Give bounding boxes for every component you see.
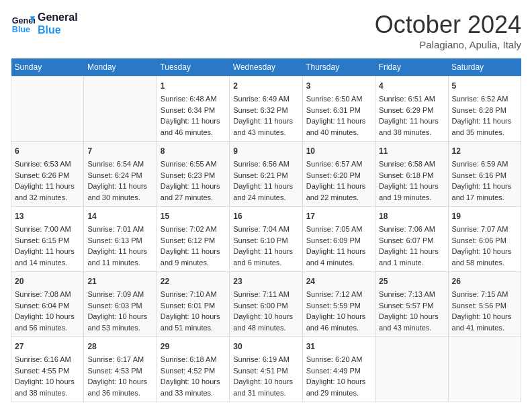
sunrise-text: Sunrise: 7:00 AM bbox=[15, 224, 80, 235]
day-number: 8 bbox=[161, 145, 226, 157]
calendar-cell: 10Sunrise: 6:57 AMSunset: 6:20 PMDayligh… bbox=[302, 142, 375, 207]
sunrise-text: Sunrise: 7:11 AM bbox=[233, 289, 298, 300]
day-number: 26 bbox=[452, 275, 517, 287]
calendar-cell: 7Sunrise: 6:54 AMSunset: 6:24 PMDaylight… bbox=[84, 142, 157, 207]
calendar-header-cell: Saturday bbox=[448, 58, 521, 77]
sunrise-text: Sunrise: 6:16 AM bbox=[15, 354, 80, 365]
daylight-text: Daylight: 10 hours and 58 minutes. bbox=[452, 246, 517, 268]
daylight-text: Daylight: 10 hours and 38 minutes. bbox=[15, 376, 80, 398]
calendar-cell: 19Sunrise: 7:07 AMSunset: 6:06 PMDayligh… bbox=[448, 207, 521, 272]
calendar-header-cell: Sunday bbox=[11, 58, 84, 77]
sunrise-text: Sunrise: 6:48 AM bbox=[161, 93, 226, 105]
sunrise-text: Sunrise: 7:06 AM bbox=[379, 224, 444, 235]
calendar-cell: 8Sunrise: 6:55 AMSunset: 6:23 PMDaylight… bbox=[157, 142, 229, 207]
sunrise-text: Sunrise: 6:59 AM bbox=[452, 158, 517, 170]
sunrise-text: Sunrise: 6:54 AM bbox=[87, 158, 152, 170]
day-number: 31 bbox=[306, 340, 371, 353]
calendar-cell: 15Sunrise: 7:02 AMSunset: 6:12 PMDayligh… bbox=[157, 207, 229, 272]
daylight-text: Daylight: 11 hours and 11 minutes. bbox=[87, 246, 152, 268]
sunrise-text: Sunrise: 7:08 AM bbox=[15, 289, 80, 300]
calendar-cell bbox=[448, 337, 521, 402]
day-number: 10 bbox=[306, 145, 371, 157]
sunset-text: Sunset: 4:53 PM bbox=[87, 365, 152, 377]
sunset-text: Sunset: 6:01 PM bbox=[161, 300, 226, 312]
daylight-text: Daylight: 11 hours and 4 minutes. bbox=[306, 246, 371, 268]
location: Palagiano, Apulia, Italy bbox=[375, 39, 521, 50]
daylight-text: Daylight: 10 hours and 43 minutes. bbox=[379, 311, 444, 333]
calendar-cell bbox=[84, 77, 157, 142]
calendar-cell: 13Sunrise: 7:00 AMSunset: 6:15 PMDayligh… bbox=[11, 207, 84, 272]
calendar-header-row: SundayMondayTuesdayWednesdayThursdayFrid… bbox=[11, 58, 521, 77]
month-title: October 2024 bbox=[375, 11, 521, 39]
sunset-text: Sunset: 4:55 PM bbox=[15, 365, 80, 377]
sunset-text: Sunset: 5:59 PM bbox=[306, 300, 371, 312]
calendar-header-cell: Wednesday bbox=[230, 58, 302, 77]
day-number: 1 bbox=[161, 80, 226, 92]
daylight-text: Daylight: 10 hours and 56 minutes. bbox=[15, 311, 80, 333]
sunset-text: Sunset: 6:18 PM bbox=[379, 170, 444, 181]
calendar-header-cell: Friday bbox=[375, 58, 448, 77]
daylight-text: Daylight: 10 hours and 29 minutes. bbox=[306, 376, 371, 398]
sunset-text: Sunset: 6:16 PM bbox=[452, 170, 517, 181]
day-number: 28 bbox=[87, 340, 152, 353]
sunset-text: Sunset: 6:32 PM bbox=[233, 105, 298, 116]
calendar-cell: 12Sunrise: 6:59 AMSunset: 6:16 PMDayligh… bbox=[448, 142, 521, 207]
day-number: 5 bbox=[452, 80, 517, 92]
daylight-text: Daylight: 10 hours and 36 minutes. bbox=[87, 376, 152, 398]
sunrise-text: Sunrise: 6:18 AM bbox=[161, 354, 226, 365]
daylight-text: Daylight: 11 hours and 24 minutes. bbox=[233, 181, 298, 203]
sunset-text: Sunset: 6:03 PM bbox=[87, 300, 152, 312]
calendar-cell: 3Sunrise: 6:50 AMSunset: 6:31 PMDaylight… bbox=[302, 77, 375, 142]
calendar-cell: 20Sunrise: 7:08 AMSunset: 6:04 PMDayligh… bbox=[11, 272, 84, 337]
calendar-cell: 9Sunrise: 6:56 AMSunset: 6:21 PMDaylight… bbox=[230, 142, 302, 207]
calendar-cell: 21Sunrise: 7:09 AMSunset: 6:03 PMDayligh… bbox=[84, 272, 157, 337]
daylight-text: Daylight: 11 hours and 27 minutes. bbox=[161, 181, 226, 203]
sunset-text: Sunset: 4:52 PM bbox=[161, 365, 226, 377]
sunrise-text: Sunrise: 7:15 AM bbox=[452, 289, 517, 300]
day-number: 7 bbox=[87, 145, 152, 157]
daylight-text: Daylight: 11 hours and 40 minutes. bbox=[306, 116, 371, 138]
sunset-text: Sunset: 6:23 PM bbox=[161, 170, 226, 181]
daylight-text: Daylight: 11 hours and 22 minutes. bbox=[306, 181, 371, 203]
day-number: 11 bbox=[379, 145, 444, 157]
day-number: 4 bbox=[379, 80, 444, 92]
calendar-cell: 22Sunrise: 7:10 AMSunset: 6:01 PMDayligh… bbox=[157, 272, 229, 337]
sunrise-text: Sunrise: 7:05 AM bbox=[306, 224, 371, 235]
title-block: October 2024 Palagiano, Apulia, Italy bbox=[375, 11, 521, 50]
day-number: 29 bbox=[161, 340, 226, 353]
daylight-text: Daylight: 11 hours and 6 minutes. bbox=[233, 246, 298, 268]
day-number: 15 bbox=[161, 210, 226, 222]
sunrise-text: Sunrise: 6:19 AM bbox=[233, 354, 298, 365]
daylight-text: Daylight: 10 hours and 41 minutes. bbox=[452, 311, 517, 333]
calendar-week-row: 1Sunrise: 6:48 AMSunset: 6:34 PMDaylight… bbox=[11, 77, 521, 142]
sunset-text: Sunset: 6:06 PM bbox=[452, 235, 517, 246]
day-number: 23 bbox=[233, 275, 298, 287]
sunrise-text: Sunrise: 7:12 AM bbox=[306, 289, 371, 300]
daylight-text: Daylight: 11 hours and 35 minutes. bbox=[452, 116, 517, 138]
page-header: General Blue General Blue October 2024 P… bbox=[11, 11, 521, 50]
day-number: 18 bbox=[379, 210, 444, 222]
sunset-text: Sunset: 6:29 PM bbox=[379, 105, 444, 116]
sunrise-text: Sunrise: 7:02 AM bbox=[161, 224, 226, 235]
sunrise-text: Sunrise: 7:13 AM bbox=[379, 289, 444, 300]
calendar-cell: 16Sunrise: 7:04 AMSunset: 6:10 PMDayligh… bbox=[230, 207, 302, 272]
daylight-text: Daylight: 11 hours and 17 minutes. bbox=[452, 181, 517, 203]
calendar-cell: 6Sunrise: 6:53 AMSunset: 6:26 PMDaylight… bbox=[11, 142, 84, 207]
daylight-text: Daylight: 11 hours and 38 minutes. bbox=[379, 116, 444, 138]
daylight-text: Daylight: 11 hours and 46 minutes. bbox=[161, 116, 226, 138]
sunrise-text: Sunrise: 7:04 AM bbox=[233, 224, 298, 235]
day-number: 30 bbox=[233, 340, 298, 353]
calendar-cell bbox=[375, 337, 448, 402]
calendar-week-row: 27Sunrise: 6:16 AMSunset: 4:55 PMDayligh… bbox=[11, 337, 521, 402]
sunset-text: Sunset: 6:12 PM bbox=[161, 235, 226, 246]
calendar-cell: 18Sunrise: 7:06 AMSunset: 6:07 PMDayligh… bbox=[375, 207, 448, 272]
daylight-text: Daylight: 10 hours and 53 minutes. bbox=[87, 311, 152, 333]
calendar-table: SundayMondayTuesdayWednesdayThursdayFrid… bbox=[11, 58, 521, 402]
calendar-cell bbox=[11, 77, 84, 142]
sunrise-text: Sunrise: 6:52 AM bbox=[452, 93, 517, 105]
sunrise-text: Sunrise: 6:51 AM bbox=[379, 93, 444, 105]
calendar-week-row: 6Sunrise: 6:53 AMSunset: 6:26 PMDaylight… bbox=[11, 142, 521, 207]
day-number: 12 bbox=[452, 145, 517, 157]
daylight-text: Daylight: 11 hours and 14 minutes. bbox=[15, 246, 80, 268]
sunrise-text: Sunrise: 6:58 AM bbox=[379, 158, 444, 170]
